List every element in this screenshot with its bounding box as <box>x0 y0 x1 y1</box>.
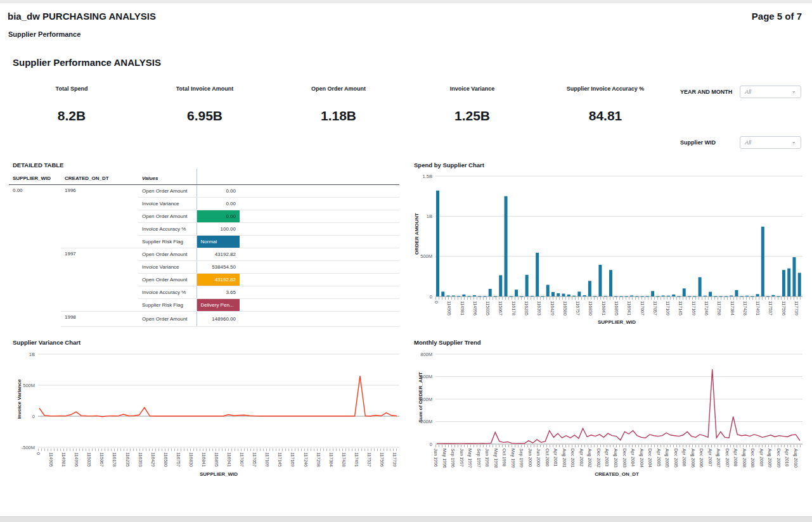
x-tick-label: 117246 <box>704 301 709 315</box>
bar <box>557 293 560 296</box>
cell-value: 148960.00 <box>197 312 240 327</box>
x-tick-label: 117596 <box>782 301 786 315</box>
bar <box>567 295 570 296</box>
x-tick-label: 117109 <box>265 452 269 467</box>
cell-value: 3.65 <box>197 286 240 299</box>
bar <box>792 257 796 296</box>
bar <box>473 295 476 296</box>
supplier-wid-dropdown[interactable]: All ⌄ <box>740 136 801 149</box>
x-tick-label: 117428 <box>342 452 346 467</box>
bar <box>436 191 439 296</box>
y-tick-label: 500M <box>407 253 432 259</box>
x-tick-label: 117145 <box>278 452 282 467</box>
year-and-month-dropdown[interactable]: All ⌄ <box>740 86 801 98</box>
x-tick-label: 114996 <box>473 301 477 315</box>
bar <box>462 295 465 296</box>
chevron-down-icon: ⌄ <box>791 88 796 94</box>
supplier-variance-chart: -500M0500M1B0114905114981114996115035115… <box>38 348 399 447</box>
x-tick-label: 116393 <box>537 301 541 315</box>
bar <box>735 290 738 296</box>
x-tick-label: 117145 <box>678 301 683 315</box>
cell-metric: Invoice Variance <box>138 261 197 274</box>
spend-chart-ylabel: ORDER AMOUNT <box>414 213 420 255</box>
kpi-total-invoice-amount: Total Invoice Amount 6.95B <box>138 86 271 124</box>
cell-empty <box>240 312 399 327</box>
x-tick-label: 116393 <box>138 452 143 467</box>
window-edge-top <box>0 0 812 3</box>
kpi-label: Total Invoice Amount <box>138 86 271 92</box>
x-tick-label: 0 <box>36 452 41 455</box>
x-tick-label: Dec 2001 <box>570 449 575 468</box>
x-tick-label: Dec 2002 <box>596 449 601 468</box>
x-tick-label: 116178 <box>512 301 516 315</box>
kpi-value: 1.25B <box>406 108 539 124</box>
x-tick-label: 117384 <box>329 452 333 467</box>
bar <box>588 281 591 296</box>
x-tick-label: Aug 2003 <box>614 449 618 468</box>
x-tick-label: Aug 2007 <box>716 449 721 468</box>
x-tick-label: Jan 1996 <box>434 449 438 467</box>
x-tick-label: 117537 <box>367 452 371 467</box>
kpi-total-spend: Total Spend 8.2B <box>5 86 138 124</box>
x-tick-label: May 1997 <box>468 449 472 468</box>
detailed-table: SUPPLIER_WID CREATED_ON_DT Values 0.0019… <box>9 172 399 327</box>
x-tick-label: 117169 <box>692 301 696 315</box>
bar <box>651 291 654 296</box>
cell-metric: Open Order Amount <box>138 312 197 327</box>
bar <box>787 269 790 296</box>
filter-year-and-month: YEAR AND MONTH All ⌄ <box>680 85 801 99</box>
x-tick-label: 117596 <box>380 452 384 467</box>
x-tick-label: Sep 1997 <box>477 449 481 468</box>
bar <box>505 196 508 296</box>
bar <box>536 253 539 296</box>
x-tick-label: 116757 <box>176 452 181 467</box>
kpi-invoice-variance: Invoice Variance 1.25B <box>406 86 539 124</box>
bar <box>667 296 670 296</box>
x-tick-label: Dec 2006 <box>699 449 704 468</box>
cell-empty <box>240 286 399 299</box>
x-tick-label: Apr 2009 <box>759 449 764 466</box>
report-subtitle: Supplier Performance <box>8 30 81 38</box>
x-tick-label: 117298 <box>717 301 721 315</box>
x-tick-label: 117428 <box>743 301 747 315</box>
y-tick-label: 500M <box>10 383 35 388</box>
x-tick-label: 115067 <box>498 301 503 315</box>
x-tick-label: Aug 2002 <box>588 449 592 468</box>
x-tick-label: 117246 <box>304 452 308 467</box>
bar <box>604 296 607 296</box>
cell-empty <box>240 185 399 198</box>
x-tick-label: Jan 2000 <box>528 449 532 467</box>
cell-metric: Open Order Amount <box>138 248 197 261</box>
bar <box>525 275 529 296</box>
bar <box>798 273 801 296</box>
x-tick-label: Apr 2005 <box>657 449 661 466</box>
x-tick-label: 116941 <box>627 301 631 315</box>
x-tick-label: Dec 2009 <box>777 449 781 468</box>
cell-year: 1997 <box>61 248 138 312</box>
cell-metric: Invoice Accuracy % <box>138 286 197 299</box>
variance-chart-title: Supplier Variance Chart <box>13 339 81 346</box>
bar <box>704 296 707 296</box>
bar <box>447 295 450 296</box>
x-tick-label: 117057 <box>653 301 657 315</box>
y-tick-label: 400M <box>407 397 432 402</box>
x-tick-label: 116895 <box>214 452 219 467</box>
x-tick-label: 117384 <box>730 301 735 315</box>
x-tick-label: May 1998 <box>494 449 498 468</box>
x-tick-label: Oct 2000 <box>545 449 550 466</box>
x-tick-label: Aug 2009 <box>768 449 772 468</box>
cell-empty <box>240 274 399 286</box>
x-axis-tick-marks <box>38 449 399 451</box>
col-supplier-wid: SUPPLIER_WID <box>9 172 61 185</box>
kpi-value: 8.2B <box>5 108 138 124</box>
x-tick-label: 116580 <box>164 452 168 467</box>
kpi-label: Supplier Invoice Accuracy % <box>539 86 672 92</box>
section-title: Supplier Performance ANALYSIS <box>13 57 161 68</box>
y-tick-label: 1B <box>10 352 35 357</box>
x-tick-label: 117739 <box>794 301 799 315</box>
dropdown-value: All <box>745 139 751 146</box>
bar <box>572 296 576 296</box>
x-tick-label: 116841 <box>602 301 606 315</box>
bar <box>531 296 534 296</box>
cell-empty <box>240 299 399 312</box>
